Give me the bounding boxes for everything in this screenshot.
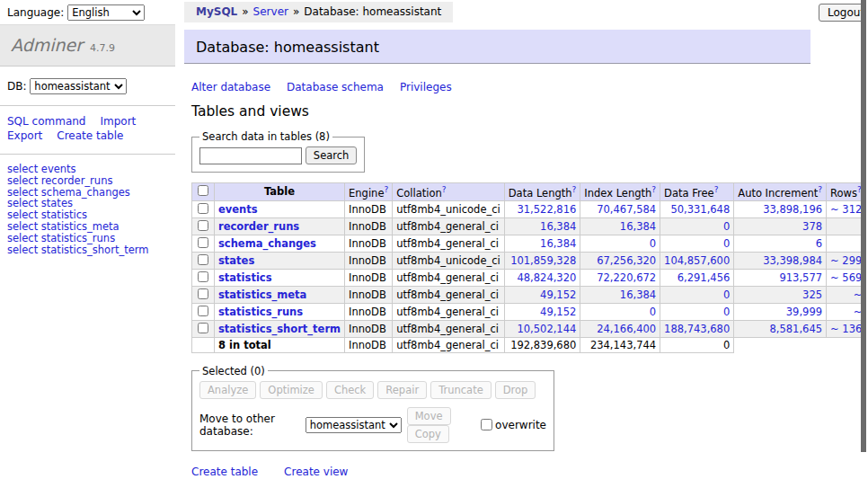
column-header-index-length: Index Length?	[580, 183, 660, 201]
sidebar-item-select-events[interactable]: select events	[7, 164, 168, 175]
help-link[interactable]: ?	[818, 185, 822, 194]
auto-increment-cell: 913,577	[734, 269, 827, 286]
help-link[interactable]: ?	[572, 185, 577, 194]
selected-buttons: AnalyzeOptimizeCheckRepairTruncateDrop	[199, 381, 546, 399]
index-length-cell: 0	[580, 303, 660, 320]
index-length-link[interactable]: 16,384	[620, 220, 656, 233]
index-length-link[interactable]: 0	[650, 237, 656, 250]
sidebar-link-sql-command[interactable]: SQL command	[7, 115, 85, 128]
sidebar-link-import[interactable]: Import	[100, 115, 136, 128]
breadcrumb-link[interactable]: Server	[253, 5, 288, 18]
data-free-link[interactable]: 0	[723, 288, 730, 301]
table-name-link[interactable]: statistics_meta	[218, 288, 306, 301]
data-length-link[interactable]: 31,522,816	[517, 203, 576, 216]
scrollbar-track[interactable]	[861, 0, 868, 488]
index-length-link[interactable]: 67,256,320	[597, 254, 656, 267]
sidebar-item-select-statistics_runs[interactable]: select statistics_runs	[7, 233, 168, 244]
selected-fieldset: Selected (0) AnalyzeOptimizeCheckRepairT…	[191, 365, 554, 451]
app-version[interactable]: 4.7.9	[90, 42, 115, 54]
index-length-link[interactable]: 16,384	[620, 288, 656, 301]
drop-button[interactable]: Drop	[495, 381, 536, 399]
auto-increment-link[interactable]: 6	[816, 237, 822, 250]
move-db-select[interactable]: homeassistant	[306, 417, 402, 433]
data-free-link[interactable]: 188,743,680	[664, 323, 730, 335]
row-checkbox[interactable]	[198, 254, 208, 265]
index-length-link[interactable]: 70,467,584	[597, 203, 656, 216]
row-checkbox[interactable]	[198, 203, 208, 214]
table-name-link[interactable]: statistics	[218, 271, 272, 284]
collation-cell: utf8mb4_general_ci	[393, 320, 505, 337]
data-free-link[interactable]: 50,331,648	[670, 203, 730, 216]
auto-increment-link[interactable]: 39,999	[786, 306, 822, 318]
table-name-link[interactable]: recorder_runs	[218, 220, 299, 233]
analyze-button[interactable]: Analyze	[199, 381, 256, 399]
select-all-checkbox[interactable]	[198, 185, 208, 196]
auto-increment-link[interactable]: 33,398,984	[763, 254, 822, 267]
auto-increment-link[interactable]: 378	[802, 220, 822, 233]
check-button[interactable]: Check	[326, 381, 374, 399]
data-length-link[interactable]: 49,152	[540, 288, 576, 301]
search-input[interactable]	[199, 147, 302, 164]
help-link[interactable]: ?	[714, 185, 719, 194]
help-link[interactable]: ?	[384, 185, 388, 194]
index-length-cell: 0	[580, 235, 660, 252]
sidebar-link-create-table[interactable]: Create table	[57, 129, 123, 142]
help-link[interactable]: ?	[651, 185, 656, 194]
scrollbar-thumb[interactable]	[861, 0, 866, 452]
row-checkbox[interactable]	[198, 288, 208, 299]
help-link[interactable]: ?	[442, 185, 447, 194]
move-button[interactable]: Move	[407, 407, 451, 425]
sidebar-item-select-recorder_runs[interactable]: select recorder_runs	[7, 175, 168, 187]
column-header-data-free: Data Free?	[660, 183, 734, 201]
table-name-link[interactable]: states	[218, 254, 254, 267]
index-length-link[interactable]: 0	[650, 306, 656, 318]
create-view-link[interactable]: Create view	[284, 466, 348, 478]
data-length-link[interactable]: 16,384	[540, 220, 576, 233]
table-name-link[interactable]: statistics_runs	[218, 306, 303, 318]
data-free-link[interactable]: 104,857,600	[664, 254, 730, 267]
optimize-button[interactable]: Optimize	[260, 381, 323, 399]
breadcrumb-link[interactable]: MySQL	[196, 5, 237, 18]
database-schema-link[interactable]: Database schema	[287, 81, 384, 93]
row-checkbox[interactable]	[198, 220, 208, 231]
row-checkbox[interactable]	[198, 323, 208, 333]
overwrite-option[interactable]: overwrite	[481, 419, 546, 431]
table-name-link[interactable]: events	[218, 203, 258, 216]
table-name-link[interactable]: statistics_short_term	[218, 323, 341, 335]
sidebar-item-select-statistics_short_term[interactable]: select statistics_short_term	[7, 244, 168, 256]
data-length-link[interactable]: 10,502,144	[517, 323, 576, 335]
row-checkbox[interactable]	[198, 306, 208, 316]
auto-increment-link[interactable]: 8,581,645	[770, 323, 823, 335]
overwrite-checkbox[interactable]	[481, 419, 492, 430]
auto-increment-link[interactable]: 913,577	[779, 271, 822, 284]
data-free-cell: 50,331,648	[660, 200, 734, 217]
collation-cell: utf8mb4_unicode_ci	[393, 252, 505, 269]
data-length-link[interactable]: 101,859,328	[510, 254, 576, 267]
auto-increment-link[interactable]: 33,898,196	[763, 203, 822, 216]
data-free-link[interactable]: 0	[723, 220, 730, 233]
index-length-link[interactable]: 24,166,400	[597, 323, 656, 335]
move-row: Move to other database: homeassistant Mo…	[199, 407, 546, 443]
truncate-button[interactable]: Truncate	[430, 381, 492, 399]
search-button[interactable]: Search	[306, 146, 358, 164]
data-length-link[interactable]: 48,824,320	[517, 271, 576, 284]
data-free-link[interactable]: 0	[723, 237, 730, 250]
data-length-link[interactable]: 49,152	[540, 306, 576, 318]
alter-database-link[interactable]: Alter database	[191, 81, 270, 93]
table-name-link[interactable]: schema_changes	[218, 237, 316, 250]
data-free-link[interactable]: 6,291,456	[678, 271, 731, 284]
repair-button[interactable]: Repair	[377, 381, 427, 399]
data-length-link[interactable]: 16,384	[540, 237, 576, 250]
privileges-link[interactable]: Privileges	[400, 81, 452, 93]
sidebar-item-select-statistics_meta[interactable]: select statistics_meta	[7, 221, 168, 233]
copy-button[interactable]: Copy	[407, 425, 449, 443]
create-table-link[interactable]: Create table	[191, 466, 258, 478]
sidebar-link-export[interactable]: Export	[7, 129, 42, 142]
row-checkbox[interactable]	[198, 271, 208, 282]
index-length-link[interactable]: 72,220,672	[597, 271, 656, 284]
data-free-link[interactable]: 0	[723, 306, 730, 318]
auto-increment-link[interactable]: 325	[802, 288, 822, 301]
db-select[interactable]: homeassistant	[30, 78, 127, 94]
row-checkbox[interactable]	[198, 237, 208, 248]
language-select[interactable]: English	[67, 4, 145, 21]
